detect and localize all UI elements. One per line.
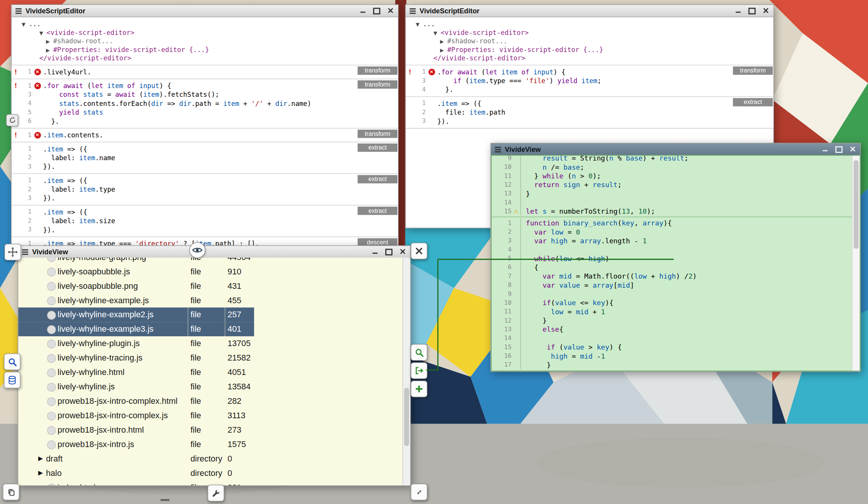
code-line[interactable]: 1.item => ({ [12, 144, 398, 153]
code-line[interactable]: 13} [491, 189, 852, 198]
menu-icon[interactable] [495, 146, 501, 152]
menu-icon[interactable] [16, 8, 22, 14]
expand-icon[interactable]: ▶ [46, 38, 53, 46]
code-line[interactable]: 9 [491, 289, 852, 298]
close-icon[interactable] [387, 7, 394, 14]
code-line[interactable]: 2 label: item.size [12, 216, 398, 225]
expand-icon[interactable]: ▶ [440, 38, 447, 46]
expand-icon[interactable]: ▶ [440, 46, 447, 54]
maximize-icon[interactable] [373, 7, 380, 14]
code-line[interactable]: 5 while(low <= high) [491, 254, 852, 263]
minimize-icon[interactable] [359, 7, 366, 14]
code-line[interactable]: 15⚠let s = numberToString(13, 10); [491, 207, 852, 216]
code-line[interactable]: !1×.for await (let item of input) { [12, 81, 398, 90]
collapse-icon[interactable]: ▼ [416, 20, 423, 28]
code-line[interactable]: 3}). [12, 162, 398, 171]
code-line[interactable]: 8 var value = array[mid] [491, 280, 852, 289]
code-line[interactable]: 4 stats.contents.forEach(dir => dir.path… [12, 99, 398, 108]
dom-tree-node[interactable]: </vivide-script-editor> [12, 54, 398, 62]
code-line[interactable]: 3 if (item.type === 'file') yield item; [406, 76, 773, 85]
file-row[interactable]: lively-whyline-plugin.jsfile13705 [18, 336, 254, 351]
menu-icon[interactable] [410, 8, 416, 14]
wrench-button[interactable] [207, 485, 224, 501]
dom-tree-node[interactable]: ▶#shadow-root... [12, 37, 398, 46]
maximize-icon[interactable] [749, 7, 756, 14]
code-line[interactable]: 1function binary_search(key, array){ [491, 218, 852, 227]
maximize-icon[interactable] [385, 248, 392, 255]
code-line[interactable]: 4 }. [406, 85, 773, 94]
titlebar[interactable]: VivideView [491, 143, 860, 156]
directory-row[interactable]: ▶draftdirectory0 [18, 452, 254, 466]
dom-tree-node[interactable]: ▼... [12, 20, 398, 29]
probe-search-button[interactable] [411, 344, 427, 361]
dom-tree-node[interactable]: ▶#Properties: vivide-script-editor {...} [406, 46, 773, 54]
scrollbar[interactable] [402, 258, 410, 485]
code-line[interactable]: 5 yield stats [12, 108, 398, 117]
file-row[interactable]: lively-whyline-tracing.jsfile21582 [18, 351, 254, 365]
file-row[interactable]: proweb18-jsx-intro.jsfile1575 [18, 437, 254, 452]
code-area[interactable]: 9 result = String(n % base) + result;10 … [491, 156, 852, 370]
code-line[interactable]: 2 file: item.path [406, 108, 773, 117]
code-line[interactable]: 14 [491, 198, 852, 206]
directory-row[interactable]: ▶halodirectory0 [18, 466, 254, 480]
dom-tree-node[interactable]: </vivide-script-editor> [406, 54, 773, 62]
code-line[interactable]: 3}). [12, 194, 398, 202]
connection-remove-button[interactable] [411, 243, 427, 259]
scrollbar-thumb[interactable] [854, 160, 859, 249]
dom-tree-node[interactable]: ▼<vivide-script-editor> [12, 28, 398, 37]
dom-tree-node[interactable]: ▼... [406, 20, 773, 29]
code-line[interactable]: 3 var high = array.length - 1 [491, 236, 852, 245]
code-line[interactable]: 11 } while (n > 0); [491, 171, 852, 180]
minimize-icon[interactable] [372, 248, 379, 255]
code-line[interactable]: 1.item => ({ [12, 176, 398, 184]
close-icon[interactable] [849, 146, 856, 153]
code-line[interactable]: 6 { [491, 263, 852, 271]
code-line[interactable]: 3}). [406, 117, 773, 125]
dom-tree-node[interactable]: ▶#shadow-root... [406, 37, 773, 46]
code-line[interactable]: 9 result = String(n % base) + result; [491, 156, 852, 162]
collapse-icon[interactable]: ▼ [22, 20, 29, 28]
scrollbar-thumb[interactable] [404, 388, 409, 446]
code-line[interactable]: 15 if (value > key) { [491, 342, 852, 351]
dom-tree-node[interactable]: ▶#Properties: vivide-script-editor {...} [12, 46, 398, 54]
file-row[interactable]: lively-module-graph.pngfile44564 [18, 258, 254, 265]
code-line[interactable]: 11 low = mid + 1 [491, 307, 852, 316]
file-row[interactable]: proweb18-jsx-intro.htmlfile273 [18, 423, 254, 437]
titlebar[interactable]: VivideScriptEditor [406, 5, 773, 17]
menu-icon[interactable] [22, 249, 28, 255]
collapse-icon[interactable]: ▼ [39, 29, 47, 37]
code-line[interactable]: 12 return sign + result; [491, 180, 852, 189]
move-handle[interactable] [5, 244, 21, 260]
collapse-icon[interactable]: ▼ [433, 29, 441, 37]
code-line[interactable]: 2 label: item.name [12, 153, 398, 162]
add-script-button[interactable] [411, 381, 427, 397]
code-line[interactable]: 10 n /= base; [491, 162, 852, 171]
maximize-icon[interactable] [835, 146, 843, 153]
file-row[interactable]: lively-whyline-example.jsfile455 [18, 293, 254, 307]
code-line[interactable]: 4 [491, 245, 852, 254]
code-line[interactable]: !1×.item.contents. [12, 131, 398, 139]
code-line[interactable]: 13 else{ [491, 324, 852, 333]
view-search-button[interactable] [4, 353, 20, 370]
code-line[interactable]: !1×.lively4url. [12, 67, 398, 76]
close-icon[interactable] [762, 7, 769, 14]
titlebar[interactable]: VivideScriptEditor [12, 5, 398, 17]
code-line[interactable]: 10 if(value <= key){ [491, 298, 852, 307]
file-row[interactable]: proweb18-jsx-intro-complex.jsfile3113 [18, 408, 254, 423]
code-line[interactable]: 14 [491, 334, 852, 342]
minimize-icon[interactable] [821, 146, 829, 153]
eye-button[interactable] [189, 242, 205, 258]
code-line[interactable]: 1.item => ({ [12, 208, 398, 216]
export-button[interactable] [411, 362, 427, 379]
file-row[interactable]: lively-whyline.jsfile13584 [18, 380, 254, 394]
file-row[interactable]: lively-whyline-example3.jsfile401 [18, 322, 254, 336]
code-line[interactable]: 17 } [491, 360, 852, 369]
code-line[interactable]: 12 } [491, 316, 852, 324]
expand-icon[interactable]: ▶ [38, 469, 43, 476]
undo-button[interactable] [6, 114, 18, 126]
file-row[interactable]: lively-soapbubble.jsfile910 [18, 264, 254, 279]
file-row[interactable]: lively-soapbubble.pngfile431 [18, 279, 254, 293]
dom-tree-node[interactable]: ▼<vivide-script-editor> [406, 28, 773, 37]
file-row[interactable]: lively-whyline-example2.jsfile257 [18, 307, 254, 322]
code-line[interactable]: !1×.for await (let item of input) { [406, 67, 773, 76]
